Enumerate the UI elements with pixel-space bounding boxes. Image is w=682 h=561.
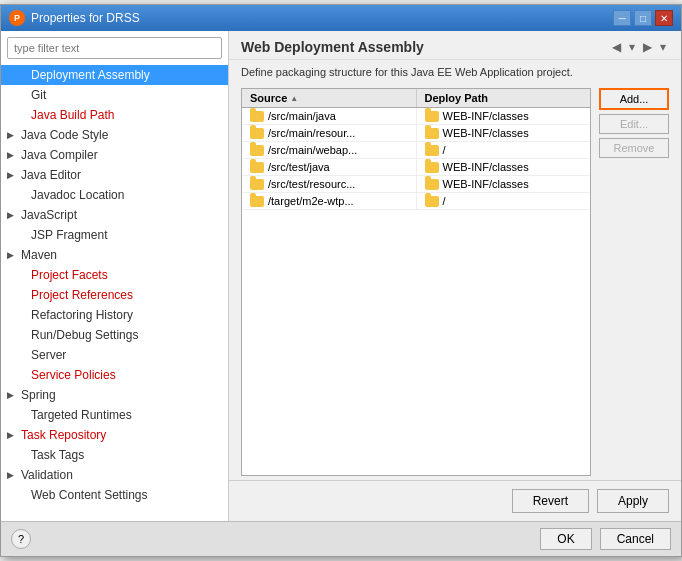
bottom-bar: Revert Apply: [229, 480, 681, 521]
nav-item-label: Refactoring History: [31, 308, 133, 322]
source-value: /src/main/webap...: [268, 144, 357, 156]
menu-dropdown-button[interactable]: ▾: [657, 39, 669, 55]
nav-item-java-build-path[interactable]: Java Build Path: [1, 105, 228, 125]
add-button[interactable]: Add...: [599, 88, 669, 110]
nav-item-java-code-style[interactable]: ▶Java Code Style: [1, 125, 228, 145]
nav-item-label: Javadoc Location: [31, 188, 124, 202]
deploy-path-value: /: [443, 195, 446, 207]
deploy-path-cell: /: [417, 193, 591, 209]
deploy-path-cell: WEB-INF/classes: [417, 176, 591, 192]
title-controls: ─ □ ✕: [613, 10, 673, 26]
folder-icon: [425, 111, 439, 122]
table-row[interactable]: /src/test/javaWEB-INF/classes: [242, 159, 590, 176]
ok-button[interactable]: OK: [540, 528, 591, 550]
table-row[interactable]: /src/main/javaWEB-INF/classes: [242, 108, 590, 125]
nav-item-jsp-fragment[interactable]: JSP Fragment: [1, 225, 228, 245]
source-value: /src/main/java: [268, 110, 336, 122]
source-value: /target/m2e-wtp...: [268, 195, 354, 207]
remove-button[interactable]: Remove: [599, 138, 669, 158]
nav-item-label: Task Repository: [21, 428, 106, 442]
description-text: Define packaging structure for this Java…: [229, 60, 681, 84]
nav-item-refactoring-history[interactable]: Refactoring History: [1, 305, 228, 325]
maximize-button[interactable]: □: [634, 10, 652, 26]
back-arrow-button[interactable]: ◀: [609, 39, 624, 55]
nav-item-label: Web Content Settings: [31, 488, 148, 502]
source-column-header: Source ▲: [242, 89, 417, 107]
nav-item-targeted-runtimes[interactable]: Targeted Runtimes: [1, 405, 228, 425]
nav-item-java-editor[interactable]: ▶Java Editor: [1, 165, 228, 185]
nav-item-git[interactable]: Git: [1, 85, 228, 105]
dropdown-button[interactable]: ▾: [626, 39, 638, 55]
table-row[interactable]: /src/test/resourc...WEB-INF/classes: [242, 176, 590, 193]
revert-button[interactable]: Revert: [512, 489, 589, 513]
table-row[interactable]: /target/m2e-wtp.../: [242, 193, 590, 210]
deployment-table: Source ▲ Deploy Path /src/main/javaWEB-I…: [241, 88, 591, 476]
nav-item-label: Spring: [21, 388, 56, 402]
nav-item-label: JavaScript: [21, 208, 77, 222]
deploy-path-value: WEB-INF/classes: [443, 178, 529, 190]
nav-item-task-repository[interactable]: ▶Task Repository: [1, 425, 228, 445]
nav-item-label: Maven: [21, 248, 57, 262]
deploy-path-column-header: Deploy Path: [417, 89, 591, 107]
properties-dialog: P Properties for DRSS ─ □ ✕ Deployment A…: [0, 4, 682, 557]
apply-button[interactable]: Apply: [597, 489, 669, 513]
nav-list-wrapper: Deployment AssemblyGitJava Build Path▶Ja…: [1, 65, 228, 521]
source-cell: /src/test/resourc...: [242, 176, 417, 192]
assembly-content: Source ▲ Deploy Path /src/main/javaWEB-I…: [229, 84, 681, 480]
deploy-path-cell: WEB-INF/classes: [417, 125, 591, 141]
panel-title: Web Deployment Assembly: [241, 39, 424, 55]
right-header: Web Deployment Assembly ◀ ▾ ▶ ▾: [229, 31, 681, 60]
title-bar: P Properties for DRSS ─ □ ✕: [1, 5, 681, 31]
minimize-button[interactable]: ─: [613, 10, 631, 26]
table-body: /src/main/javaWEB-INF/classes/src/main/r…: [242, 108, 590, 475]
title-bar-left: P Properties for DRSS: [9, 10, 140, 26]
folder-icon: [425, 162, 439, 173]
side-buttons: Add... Edit... Remove: [599, 88, 669, 476]
nav-item-run-debug-settings[interactable]: Run/Debug Settings: [1, 325, 228, 345]
nav-item-label: Service Policies: [31, 368, 116, 382]
nav-item-java-compiler[interactable]: ▶Java Compiler: [1, 145, 228, 165]
nav-item-service-policies[interactable]: Service Policies: [1, 365, 228, 385]
source-cell: /target/m2e-wtp...: [242, 193, 417, 209]
edit-button[interactable]: Edit...: [599, 114, 669, 134]
source-cell: /src/main/java: [242, 108, 417, 124]
nav-item-project-facets[interactable]: Project Facets: [1, 265, 228, 285]
dialog-icon: P: [9, 10, 25, 26]
deploy-path-value: /: [443, 144, 446, 156]
cancel-button[interactable]: Cancel: [600, 528, 671, 550]
nav-item-validation[interactable]: ▶Validation: [1, 465, 228, 485]
nav-item-maven[interactable]: ▶Maven: [1, 245, 228, 265]
nav-item-project-references[interactable]: Project References: [1, 285, 228, 305]
nav-item-deployment-assembly[interactable]: Deployment Assembly: [1, 65, 228, 85]
expand-arrow-icon: ▶: [7, 130, 17, 140]
nav-arrows: ◀ ▾ ▶ ▾: [609, 39, 669, 55]
nav-item-label: Project References: [31, 288, 133, 302]
nav-item-spring[interactable]: ▶Spring: [1, 385, 228, 405]
nav-item-task-tags[interactable]: Task Tags: [1, 445, 228, 465]
nav-item-javascript[interactable]: ▶JavaScript: [1, 205, 228, 225]
source-value: /src/test/resourc...: [268, 178, 355, 190]
folder-icon: [425, 196, 439, 207]
nav-item-label: Run/Debug Settings: [31, 328, 138, 342]
left-panel: Deployment AssemblyGitJava Build Path▶Ja…: [1, 31, 229, 521]
nav-item-label: Java Code Style: [21, 128, 108, 142]
folder-icon: [250, 128, 264, 139]
nav-item-javadoc-location[interactable]: Javadoc Location: [1, 185, 228, 205]
table-row[interactable]: /src/main/resour...WEB-INF/classes: [242, 125, 590, 142]
source-cell: /src/main/webap...: [242, 142, 417, 158]
expand-arrow-icon: ▶: [7, 150, 17, 160]
help-button[interactable]: ?: [11, 529, 31, 549]
table-header: Source ▲ Deploy Path: [242, 89, 590, 108]
close-button[interactable]: ✕: [655, 10, 673, 26]
nav-item-web-content-settings[interactable]: Web Content Settings: [1, 485, 228, 505]
content-area: Deployment AssemblyGitJava Build Path▶Ja…: [1, 31, 681, 521]
dialog-title: Properties for DRSS: [31, 11, 140, 25]
nav-item-server[interactable]: Server: [1, 345, 228, 365]
deploy-path-cell: /: [417, 142, 591, 158]
table-row[interactable]: /src/main/webap.../: [242, 142, 590, 159]
expand-arrow-icon: ▶: [7, 470, 17, 480]
forward-arrow-button[interactable]: ▶: [640, 39, 655, 55]
filter-input[interactable]: [7, 37, 222, 59]
nav-item-label: Java Build Path: [31, 108, 114, 122]
source-value: /src/test/java: [268, 161, 330, 173]
